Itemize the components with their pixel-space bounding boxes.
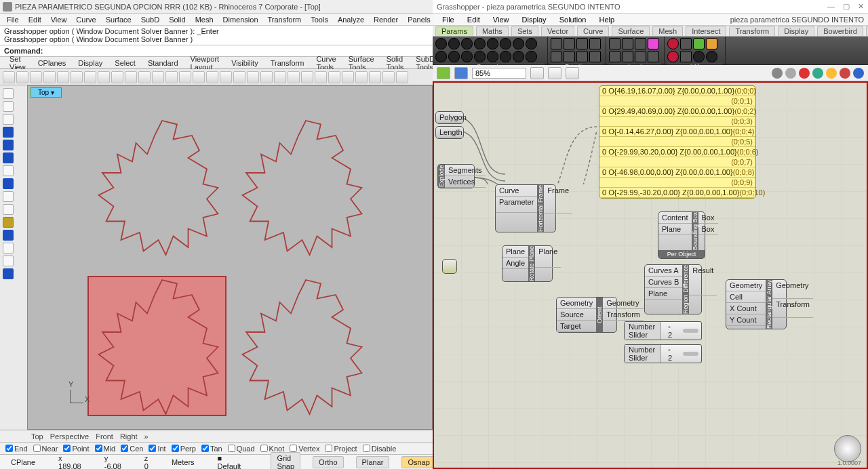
toolcat[interactable]: Display <box>73 59 108 67</box>
side-icon[interactable] <box>3 217 14 228</box>
side-icon[interactable] <box>3 178 14 189</box>
menu-analyze[interactable]: Analyze <box>334 16 368 24</box>
comp-bounding-box[interactable]: Content Plane Bounding Box Box Box Per O… <box>658 211 705 259</box>
status-gridsnap[interactable]: Grid Snap <box>271 452 300 470</box>
gh-menu-view[interactable]: View <box>488 16 515 24</box>
osnap-mid[interactable]: Mid <box>95 445 116 453</box>
status-layer[interactable]: ■ Default <box>212 453 247 470</box>
tb-icon[interactable] <box>220 71 232 83</box>
tb-icon[interactable] <box>328 71 340 83</box>
preview-icon[interactable] <box>548 67 561 79</box>
slider-value[interactable]: ◦ 2 <box>661 345 680 363</box>
osnap-project[interactable]: Project <box>325 445 357 453</box>
tb-icon[interactable] <box>315 71 327 83</box>
comp-port[interactable]: Cell <box>726 291 766 303</box>
gh-tab[interactable]: Curve <box>577 26 609 36</box>
comp-port[interactable]: Plane <box>645 288 682 300</box>
wire-icon[interactable] <box>785 68 796 79</box>
tb-icon[interactable] <box>125 71 137 83</box>
gh-tab[interactable]: Transform <box>729 26 775 36</box>
comp-port[interactable]: Box <box>698 212 718 224</box>
slider-value[interactable]: ◦ 2 <box>661 322 680 340</box>
osnap-quad[interactable]: Quad <box>228 445 255 453</box>
comp-port[interactable]: Frame <box>544 185 572 213</box>
preview-bound-icon[interactable] <box>853 68 864 79</box>
gh-menu-help[interactable]: Help <box>594 16 620 24</box>
tb-icon[interactable] <box>111 71 123 83</box>
toolcat[interactable]: Transform <box>265 59 310 67</box>
preview-mesh-icon[interactable] <box>840 68 850 79</box>
tb-icon[interactable] <box>98 71 110 83</box>
comp-port[interactable]: Vertices <box>445 176 486 188</box>
toolcat[interactable]: Select <box>109 59 141 67</box>
comp-region-difference[interactable]: Curves A Curves B Plane Region Differenc… <box>644 264 702 314</box>
slider-track[interactable] <box>683 329 698 333</box>
gh-component-tabs[interactable]: Params Maths Sets Vector Curve Surface M… <box>433 26 868 37</box>
comp-port[interactable]: Content <box>658 212 692 224</box>
osnap-vertex[interactable]: Vertex <box>290 445 319 453</box>
side-icon[interactable] <box>3 152 14 163</box>
rhino-menubar[interactable]: File Edit View Curve Surface SubD Solid … <box>0 14 433 26</box>
toolcat[interactable]: Visibility <box>226 59 264 67</box>
tb-icon[interactable] <box>193 71 205 83</box>
comp-explode[interactable]: Explode Segments Vertices <box>437 164 475 188</box>
gh-tab-params[interactable]: Params <box>435 26 473 36</box>
side-icon[interactable] <box>3 114 14 125</box>
tb-icon[interactable] <box>355 71 368 83</box>
side-icon[interactable] <box>3 127 14 138</box>
viewtab-front[interactable]: Front <box>96 432 113 441</box>
menu-tools[interactable]: Tools <box>307 16 332 24</box>
comp-port[interactable]: Geometry <box>772 280 813 299</box>
comp-rectangular-array[interactable]: Geometry Cell X Count Y Count Rectangula… <box>726 279 787 329</box>
toolcat[interactable]: Standard <box>142 59 184 67</box>
tb-icon[interactable] <box>369 71 381 83</box>
comp-port[interactable]: Curves A <box>645 265 682 277</box>
menu-render[interactable]: Render <box>370 16 402 24</box>
side-icon[interactable] <box>3 230 14 241</box>
no-preview-icon[interactable] <box>799 68 810 79</box>
lock-icon[interactable] <box>442 259 457 274</box>
rhino-view-tabs[interactable]: Top Perspective Front Right » <box>0 430 433 442</box>
osnap-knot[interactable]: Knot <box>260 445 285 453</box>
menu-curve[interactable]: Curve <box>72 16 100 24</box>
comp-port[interactable]: Target <box>557 321 596 332</box>
comp-orient[interactable]: Geometry Source Target Orient Geometry T… <box>556 297 617 333</box>
shade-icon[interactable] <box>772 68 783 79</box>
zoom-extents-icon[interactable] <box>530 67 544 79</box>
comp-band[interactable]: Per Object <box>658 250 705 258</box>
menu-solid[interactable]: Solid <box>165 16 189 24</box>
minimize-icon[interactable]: — <box>827 2 835 11</box>
tb-icon[interactable] <box>138 71 151 83</box>
gh-menu-edit[interactable]: Edit <box>462 16 486 24</box>
param-length[interactable]: Length <box>435 126 464 139</box>
side-icon[interactable] <box>3 140 14 150</box>
tb-icon[interactable] <box>260 71 273 83</box>
tb-icon[interactable] <box>179 71 191 83</box>
tb-icon[interactable] <box>274 71 286 83</box>
side-icon[interactable] <box>3 101 14 112</box>
gh-tab[interactable]: Maths <box>476 26 509 36</box>
osnap-int[interactable]: Int <box>149 445 165 453</box>
comp-port[interactable]: Parameter <box>496 197 537 213</box>
gh-tab[interactable]: Intersect <box>686 26 726 36</box>
preview-sel-icon[interactable] <box>812 68 823 79</box>
tb-icon[interactable] <box>84 71 96 83</box>
side-icon[interactable] <box>3 88 14 99</box>
gh-menu-file[interactable]: File <box>437 16 460 24</box>
comp-port[interactable]: Box <box>698 224 718 235</box>
menu-transform[interactable]: Transform <box>264 16 306 24</box>
comp-port[interactable]: Plane <box>535 246 561 268</box>
toolcat[interactable]: Set View <box>4 55 31 71</box>
comp-horizontal-frame[interactable]: Curve Parameter Horizontal Frame Frame <box>495 184 556 232</box>
comp-port[interactable]: Y Count <box>726 314 766 326</box>
comp-port[interactable]: Transform <box>603 309 644 321</box>
tb-icon[interactable] <box>396 71 408 83</box>
number-slider[interactable]: Number Slider ◦ 2 <box>624 344 702 363</box>
toolcat[interactable]: Surface Tools <box>343 55 380 71</box>
toolcat[interactable]: CPlanes <box>33 59 72 67</box>
gh-menu-solution[interactable]: Solution <box>554 16 592 24</box>
gh-menu-display[interactable]: Display <box>517 16 552 24</box>
gh-tab[interactable]: Bowerbird <box>817 26 863 36</box>
viewtab-right[interactable]: Right <box>120 432 138 441</box>
gh-tab[interactable]: Mesh <box>652 26 683 36</box>
